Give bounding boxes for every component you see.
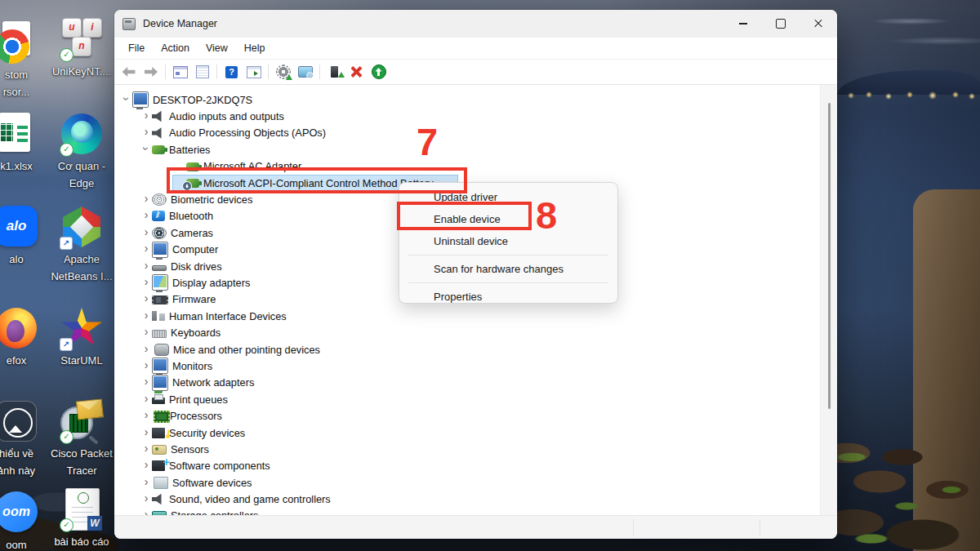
chevron-right-icon[interactable] — [140, 210, 152, 223]
tree-item[interactable]: Keyboards — [114, 324, 821, 340]
chevron-right-icon[interactable] — [140, 110, 152, 123]
tree-item[interactable]: Network adapters — [114, 375, 821, 391]
action-pane-button[interactable] — [243, 62, 265, 82]
network-adapter-icon — [152, 375, 168, 391]
chevron-down-icon[interactable] — [140, 143, 152, 156]
chevron-right-icon[interactable] — [140, 127, 152, 140]
enable-button[interactable] — [368, 62, 390, 82]
menu-bar: File Action View Help — [114, 38, 837, 60]
uninstall-button[interactable] — [345, 62, 368, 82]
desktop-icon-unikey[interactable]: u i n UniKeyNT.... — [42, 18, 121, 80]
back-arrow-button[interactable] — [118, 62, 140, 82]
uninstall-icon — [351, 66, 363, 78]
chevron-right-icon[interactable] — [140, 410, 152, 423]
maximize-button[interactable] — [762, 10, 800, 38]
chevron-right-icon[interactable] — [140, 193, 152, 207]
chevron-right-icon[interactable] — [140, 260, 152, 273]
desktop-icon-label: stom — [3, 66, 30, 83]
tree-item-label: DESKTOP-2JKDQ7S — [153, 94, 252, 106]
chevron-right-icon[interactable] — [140, 293, 152, 306]
chevron-right-icon[interactable] — [140, 426, 152, 439]
chevron-down-icon[interactable] — [121, 93, 132, 106]
excel-file-icon — [0, 113, 38, 155]
chevron-right-icon[interactable] — [140, 343, 152, 356]
desktop-icon-edge[interactable]: Cơ quan -Edge — [42, 113, 121, 192]
tree-item-label: Security devices — [169, 427, 245, 439]
chevron-right-icon[interactable] — [140, 460, 152, 473]
minimize-button[interactable] — [724, 10, 762, 38]
tree-item-label: Processors — [170, 410, 222, 422]
tree-item[interactable]: Audio inputs and outputs — [114, 108, 821, 124]
chevron-right-icon[interactable] — [140, 376, 152, 389]
title-bar[interactable]: Device Manager — [114, 10, 837, 38]
menu-view[interactable]: View — [198, 42, 236, 54]
close-button[interactable] — [800, 10, 837, 38]
desktop-icon-staruml[interactable]: StarUML — [42, 307, 121, 369]
annotation-number-7: 7 — [416, 122, 438, 161]
properties-button[interactable] — [191, 62, 213, 82]
tree-item[interactable]: Security devices — [114, 424, 821, 441]
tree-item[interactable]: Batteries — [114, 141, 821, 158]
chevron-right-icon[interactable] — [140, 393, 152, 406]
tree-item-label: Software devices — [172, 477, 252, 489]
chevron-right-icon[interactable] — [140, 509, 152, 515]
chevron-right-icon[interactable] — [140, 476, 152, 489]
console-tree-button[interactable] — [169, 62, 191, 82]
tree-item[interactable]: DESKTOP-2JKDQ7S — [114, 91, 821, 108]
tree-item-label: Sensors — [171, 443, 209, 455]
tree-item[interactable]: Sound, video and game controllers — [114, 491, 821, 507]
menu-action[interactable]: Action — [153, 42, 198, 54]
context-menu-item-scan-for-hardware-changes[interactable]: Scan for hardware changes — [399, 258, 617, 280]
tree-item[interactable]: Monitors — [114, 358, 821, 374]
software-device-icon — [154, 477, 168, 489]
tree-item[interactable]: Storage controllers — [114, 508, 821, 515]
tree-item[interactable]: Sensors — [114, 441, 821, 457]
chevron-right-icon[interactable] — [140, 442, 152, 455]
chevron-right-icon[interactable] — [140, 276, 152, 289]
tree-item[interactable]: Audio Processing Objects (APOs) — [114, 125, 821, 141]
shortcut-arrow-icon — [60, 338, 73, 351]
tree-item[interactable]: Human Interface Devices — [114, 308, 821, 324]
tree-item[interactable]: Software devices — [114, 474, 821, 491]
zoom-icon: oom — [0, 491, 38, 534]
update-driver-icon — [276, 64, 291, 79]
speaker-icon — [152, 127, 165, 139]
context-menu-item-uninstall-device[interactable]: Uninstall device — [399, 230, 617, 252]
tree-item-label: Software components — [169, 460, 270, 472]
desktop-icon-netbeans[interactable]: ApacheNetBeans I... — [42, 206, 121, 285]
staruml-star-icon — [60, 307, 103, 349]
tree-item[interactable]: Software components — [114, 458, 821, 474]
forward-arrow-button[interactable] — [140, 62, 162, 82]
vertical-scrollbar[interactable] — [820, 85, 837, 515]
device-update-button[interactable] — [323, 62, 345, 82]
edge-icon — [60, 113, 103, 155]
scan-hardware-button[interactable] — [294, 62, 316, 82]
battery-icon — [152, 145, 165, 154]
chevron-right-icon[interactable] — [140, 309, 152, 322]
speaker-icon — [152, 494, 165, 505]
monitor-icon — [152, 358, 168, 374]
tree-item[interactable]: Mice and other pointing devices — [114, 341, 821, 358]
help-button[interactable] — [220, 62, 243, 82]
horizontal-scrollbar[interactable] — [114, 515, 837, 539]
action-pane-icon — [247, 66, 261, 78]
update-driver-button[interactable] — [272, 62, 294, 82]
tree-item[interactable]: Print queues — [114, 391, 821, 407]
menu-help[interactable]: Help — [236, 42, 274, 54]
context-menu-item-properties[interactable]: Properties — [399, 286, 617, 304]
enable-icon — [372, 64, 386, 79]
desktop-icon-word-report[interactable]: W bài báo cáo — [42, 488, 121, 550]
tree-item[interactable]: Processors — [114, 407, 821, 424]
vertical-scrollbar-thumb[interactable] — [828, 103, 831, 409]
chevron-right-icon[interactable] — [140, 493, 152, 506]
speaker-icon — [152, 111, 165, 122]
menu-file[interactable]: File — [120, 42, 153, 54]
chevron-right-icon[interactable] — [140, 359, 152, 372]
chevron-right-icon[interactable] — [140, 327, 152, 340]
chevron-right-icon[interactable] — [140, 226, 152, 239]
context-menu-separator — [408, 255, 608, 256]
desktop-icon-cisco-packet-tracer[interactable]: Cisco PacketTracer — [42, 400, 121, 479]
tree-item-label: Biometric devices — [171, 193, 252, 206]
tree-item-label: Network adapters — [172, 376, 254, 389]
chevron-right-icon[interactable] — [140, 243, 152, 256]
